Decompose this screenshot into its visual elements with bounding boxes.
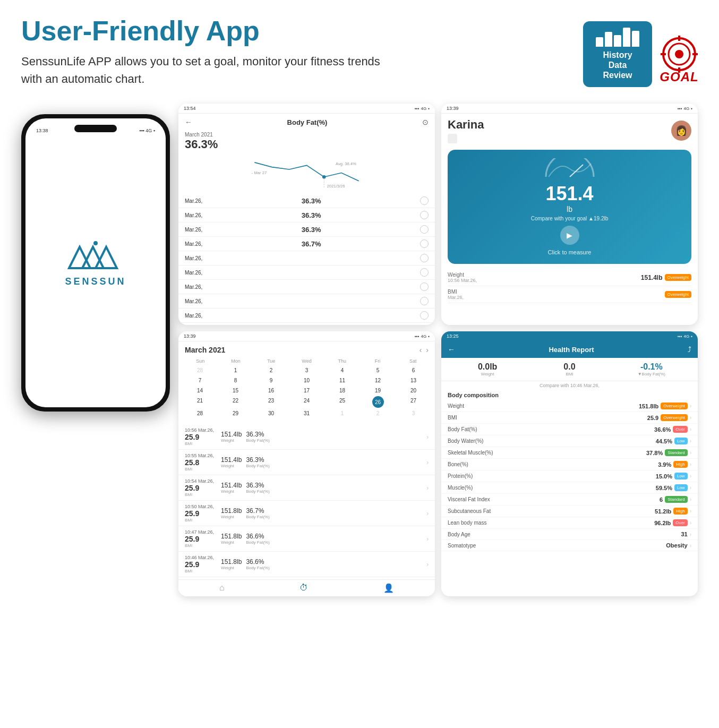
cal-day[interactable]: 2 [361,409,395,418]
health-status-bar: 13:25 ▪▪▪4G▪ [441,331,698,341]
cal-day[interactable]: 20 [396,386,431,395]
history-icon[interactable]: ⏱ [299,583,308,593]
bf-back-icon[interactable]: ← [185,118,192,126]
cal-entry-5[interactable]: 10:47 Mar.26,25.9BMI 151.8lbWeight 36.6%… [178,526,435,552]
cal-day[interactable]: 2 [254,366,288,375]
cal-day[interactable]: 13 [396,376,431,385]
phone-screen: 13:38 ▪▪▪ 4G ▪ SENSSUN [25,118,166,407]
cal-day[interactable]: 27 [396,396,431,408]
bf-period-label: March 2021 [185,132,429,138]
screen-calendar: 13:39 ▪▪▪4G▪ March 2021 ‹ › SunMonTueWed… [178,331,435,596]
cal-day[interactable]: 9 [254,376,288,385]
summary-weight: 0.0lb Weight [448,362,527,376]
cal-day[interactable]: 29 [218,409,253,418]
cal-day[interactable]: 11 [325,376,359,385]
cal-day[interactable]: 16 [254,386,288,395]
cal-day[interactable]: 19 [361,386,395,395]
bf-chart: 2021/3/26 Avg. 36.4% - Mar 27 [178,155,435,192]
karina-weight-val: 151.4 [456,183,683,205]
bf-header: ← Body Fat(%) ⊙ [178,114,435,129]
cal-entry-4[interactable]: 10:50 Mar.26,25.9BMI 151.8lbWeight 36.7%… [178,501,435,526]
hm-row-subcutaneous: Subcutaneous Fat 51.2lbHigh› [441,506,698,517]
karina-measure-label: Click to measure [456,249,683,255]
senssun-brand-text: SENSSUN [65,276,126,287]
karina-metric-bmi: BMI Mar.26, Overweight [448,286,691,303]
cal-entry-2[interactable]: 10:55 Mar.26,25.8BMI 151.4lbWeight 36.3%… [178,450,435,475]
bf-screen-title: Body Fat(%) [192,118,422,126]
health-screen-title: Health Report [549,346,594,354]
cal-entry-3[interactable]: 10:54 Mar.26,25.9BMI 151.4lbWeight 36.3%… [178,475,435,501]
cal-entry-1[interactable]: 10:56 Mar.26,25.9BMI 151.4lbWeight 36.3%… [178,424,435,450]
senssun-logo-svg [64,239,127,271]
home-icon[interactable]: ⌂ [219,583,225,593]
karina-status-bar: 13:39 ▪▪▪4G▪ [441,104,698,114]
cal-day[interactable]: 3 [396,409,431,418]
bf-settings-icon[interactable]: ⊙ [422,118,429,126]
hm-row-skeletal: Skeletal Muscle(%) 37.8%Standard› [441,447,698,459]
cal-day[interactable]: 31 [289,409,324,418]
karina-settings-icon[interactable] [448,134,457,143]
cal-day[interactable]: 17 [289,386,324,395]
cal-day[interactable]: 15 [218,386,253,395]
bf-row-9: Mar.26, [178,309,435,323]
health-signal: ▪▪▪4G▪ [678,334,692,339]
profile-icon[interactable]: 👤 [383,583,394,593]
phone-logo-area: SENSSUN [64,239,127,287]
cal-day[interactable]: 8 [218,376,253,385]
cal-grid: SunMonTueWedThuFriSat 28 1 2 3 4 5 6 7 8… [178,358,435,422]
cal-day[interactable]: 1 [325,409,359,418]
bf-row-8: Mar.26, [178,294,435,309]
header-section: User-Friendly App SenssunLife APP allows… [21,16,698,88]
karina-header: Karina 👩 [441,114,698,148]
cal-header: March 2021 ‹ › [178,341,435,358]
karina-measure-btn[interactable]: ▶ [560,226,579,245]
cal-day[interactable]: 14 [183,386,217,395]
screen-karina: 13:39 ▪▪▪4G▪ Karina 👩 [441,104,698,325]
hm-row-weight: Weight 151.8lbOverweight› [441,400,698,412]
hm-row-bmi: BMI 25.9Overweight› [441,412,698,424]
cal-day[interactable]: 10 [289,376,324,385]
app-screenshots-grid: 13:54 ▪▪▪4G▪ ← Body Fat(%) ⊙ March 2021 … [178,104,698,596]
health-summary: 0.0lb Weight 0.0 BMI -0.1% ▼Body Fat(%) [441,358,698,381]
hm-row-protein: Protein(%) 15.0%Low› [441,470,698,482]
cal-day[interactable]: 6 [396,366,431,375]
phone-mockup: 13:38 ▪▪▪ 4G ▪ SENSSUN [21,114,170,412]
hm-row-bone: Bone(%) 3.9%High› [441,459,698,470]
cal-day[interactable]: 25 [325,396,359,408]
bf-row-1: Mar.26,36.3% [178,194,435,208]
health-header: ← Health Report ⤴ [441,341,698,358]
cal-day[interactable]: 23 [254,396,288,408]
cal-day[interactable]: 5 [361,366,395,375]
goal-text: GOAL [660,70,698,84]
karina-name: Karina [448,118,484,132]
cal-entry-6[interactable]: 10:46 Mar.26,25.9BMI 151.8lbWeight 36.6%… [178,552,435,577]
cal-day-today[interactable]: 26 [372,396,384,408]
hm-row-muscle: Muscle(%) 59.5%Low› [441,482,698,494]
cal-day[interactable]: 12 [361,376,395,385]
karina-compare-text: Compare with your goal ▲19.2lb [456,216,683,221]
health-back-icon[interactable]: ← [448,345,455,354]
cal-day[interactable]: 22 [218,396,253,408]
cal-day[interactable]: 28 [183,366,217,375]
main-title: User-Friendly App [21,16,583,46]
cal-day[interactable]: 18 [325,386,359,395]
health-share-icon[interactable]: ⤴ [688,345,691,354]
cal-day[interactable]: 7 [183,376,217,385]
cal-day[interactable]: 24 [289,396,324,408]
cal-day[interactable]: 4 [325,366,359,375]
cal-day[interactable]: 28 [183,409,217,418]
cal-day[interactable]: 1 [218,366,253,375]
health-section-title: Body composition [441,390,698,400]
screenshots-area: 13:38 ▪▪▪ 4G ▪ SENSSUN [21,104,698,596]
phone-status-bar: 13:38 ▪▪▪ 4G ▪ [36,128,155,133]
cal-day[interactable]: 30 [254,409,288,418]
cal-nav: ‹ › [420,346,429,354]
cal-day[interactable]: 21 [183,396,217,408]
hm-row-lean: Lean body mass 96.2lbOver› [441,517,698,529]
goal-icon: GOAL [661,36,698,73]
karina-signal: ▪▪▪4G▪ [678,106,692,111]
cal-prev-btn[interactable]: ‹ [420,346,422,354]
cal-day[interactable]: 3 [289,366,324,375]
karina-avatar: 👩 [671,121,691,141]
cal-next-btn[interactable]: › [426,346,429,354]
